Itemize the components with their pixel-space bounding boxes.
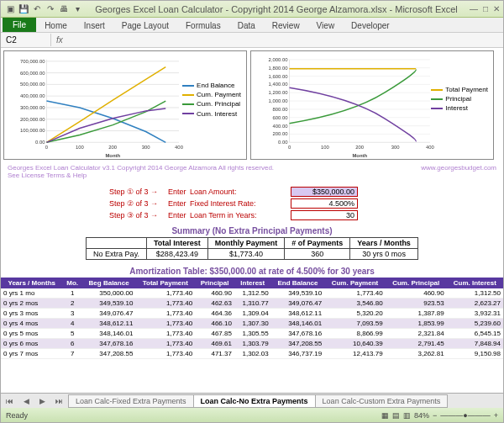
title-bar: ▣ 💾 ↶ ↷ 🖶 ▾ Georges Excel Loan Calculato…	[1, 1, 503, 18]
loan-term-input[interactable]: 30	[291, 210, 358, 220]
svg-text:1,400.00: 1,400.00	[269, 82, 289, 87]
tab-page-layout[interactable]: Page Layout	[113, 19, 177, 32]
sheet-tab-no-extra[interactable]: Loan Calc-No Extra Payments	[193, 394, 316, 408]
svg-text:100: 100	[76, 145, 85, 150]
license-link[interactable]: See License Terms & Help	[8, 172, 87, 179]
formula-bar: C2 fx	[1, 33, 503, 48]
table-row[interactable]: 0 yrs 4 mos4348,612.111,773.40466.101,30…	[1, 319, 503, 329]
quick-access-toolbar: ▣ 💾 ↶ ↷ 🖶 ▾	[4, 3, 83, 15]
chart-cumulative[interactable]: 0.00100,000.00 200,000.00300,000.00 400,…	[3, 50, 247, 160]
sheet-tabs: ⏮ ◀ ▶ ⏭ Loan Calc-Fixed Extra Payments L…	[1, 393, 503, 408]
tab-view[interactable]: View	[308, 19, 344, 32]
loan-inputs: Step ① of 3 → Enter Loan Amount: $350,00…	[109, 186, 395, 221]
tab-developer[interactable]: Developer	[343, 19, 398, 32]
table-row[interactable]: 0 yrs 3 mos3349,076.471,773.40464.361,30…	[1, 309, 503, 319]
svg-text:300: 300	[391, 145, 401, 150]
table-row[interactable]: 0 yrs 5 mos5348,146.011,773.40467.851,30…	[1, 329, 503, 339]
svg-text:100: 100	[321, 145, 330, 150]
svg-text:1,800.00: 1,800.00	[269, 66, 289, 71]
amort-title: Amortization Table: $350,000.00 at rate …	[1, 267, 503, 276]
name-box[interactable]: C2	[1, 34, 51, 46]
chart1-legend: End Balance Cum. Payment Cum. Principal …	[182, 81, 241, 119]
svg-text:300,000.00: 300,000.00	[20, 105, 45, 110]
loan-amount-input[interactable]: $350,000.00	[291, 187, 358, 197]
svg-text:400.00: 400.00	[273, 124, 289, 129]
tab-review[interactable]: Review	[264, 19, 308, 32]
table-row[interactable]: 0 yrs 2 mos2349,539.101,773.40462.631,31…	[1, 299, 503, 309]
status-bar: Ready ▦ ▤ ▥ 84% − ———●——— +	[1, 408, 503, 423]
website-link[interactable]: www.georgesbudget.com	[421, 164, 496, 179]
qat-more-icon[interactable]: ▾	[71, 3, 83, 15]
amort-header: Mo.	[63, 278, 82, 288]
sheet-tab-fixed-extra[interactable]: Loan Calc-Fixed Extra Payments	[68, 394, 194, 408]
tab-nav-last-icon[interactable]: ⏭	[50, 397, 68, 405]
svg-text:1,200.00: 1,200.00	[269, 90, 289, 95]
maximize-icon[interactable]: □	[483, 4, 488, 13]
tab-file[interactable]: File	[3, 18, 36, 32]
step1-label: Step ① of 3 →	[109, 188, 168, 196]
minimize-icon[interactable]: —	[470, 4, 478, 13]
tab-nav-first-icon[interactable]: ⏮	[1, 397, 18, 405]
copyright-text: Georges Excel Loan Calculator v3.1 Copyr…	[8, 164, 274, 172]
summary-title: Summary (No Extra Principal Payments)	[1, 226, 503, 235]
svg-text:200: 200	[355, 145, 365, 150]
tab-data[interactable]: Data	[229, 19, 264, 32]
tab-home[interactable]: Home	[36, 19, 76, 32]
fx-icon[interactable]: fx	[51, 35, 68, 45]
chart-payment-breakdown[interactable]: 0.00200.00400.00 600.00800.001,000.00 1,…	[250, 50, 494, 160]
sheet-tab-custom-extra[interactable]: Loan Calc-Custom Extra Payments	[315, 394, 449, 408]
zoom-level[interactable]: 84%	[414, 411, 429, 420]
table-row[interactable]: 0 yrs 1 mo1350,000.001,773.40460.901,312…	[1, 288, 503, 299]
summary-table: Total Interest Monthly Payment# of Payme…	[86, 237, 418, 260]
undo-icon[interactable]: ↶	[31, 3, 43, 15]
step2-label: Step ② of 3 →	[109, 199, 168, 208]
amortization-table: Years / MonthsMo.Beg BalanceTotal Paymen…	[1, 278, 503, 359]
svg-text:500,000.00: 500,000.00	[20, 82, 45, 87]
print-icon[interactable]: 🖶	[58, 3, 70, 15]
view-layout-icon[interactable]: ▤	[392, 411, 400, 420]
status-ready: Ready	[6, 411, 28, 420]
table-row[interactable]: 0 yrs 6 mos6347,678.161,773.40469.611,30…	[1, 339, 503, 349]
amort-header: Cum. Payment	[324, 278, 385, 288]
zoom-out-icon[interactable]: −	[433, 411, 437, 420]
table-row[interactable]: 0 yrs 7 mos7347,208.551,773.40471.371,30…	[1, 349, 503, 359]
svg-text:0.00: 0.00	[35, 140, 45, 145]
excel-icon: ▣	[4, 3, 16, 15]
svg-text:800.00: 800.00	[273, 107, 289, 112]
svg-text:700,000.00: 700,000.00	[20, 59, 45, 64]
svg-text:300: 300	[142, 145, 151, 150]
view-break-icon[interactable]: ▥	[403, 411, 411, 420]
worksheet-area[interactable]: 0.00100,000.00 200,000.00300,000.00 400,…	[1, 48, 503, 393]
amort-header: Total Payment	[135, 278, 195, 288]
svg-text:1,600.00: 1,600.00	[269, 74, 289, 79]
ribbon-tabs: File Home Insert Page Layout Formulas Da…	[1, 18, 503, 33]
interest-rate-input[interactable]: 4.500%	[291, 198, 358, 209]
view-normal-icon[interactable]: ▦	[381, 411, 389, 420]
svg-text:0: 0	[288, 145, 291, 150]
tab-formulas[interactable]: Formulas	[177, 19, 229, 32]
svg-text:200.00: 200.00	[273, 131, 289, 136]
save-icon[interactable]: 💾	[18, 3, 29, 15]
amort-header: Cum. Principal	[386, 278, 447, 288]
svg-text:600.00: 600.00	[273, 115, 289, 120]
svg-text:400: 400	[426, 145, 435, 150]
tab-nav-next-icon[interactable]: ▶	[34, 397, 50, 405]
tab-insert[interactable]: Insert	[76, 19, 113, 32]
step3-label: Step ③ of 3 →	[109, 211, 168, 219]
svg-text:Month: Month	[105, 153, 120, 158]
svg-text:400,000.00: 400,000.00	[20, 93, 45, 98]
tab-nav-prev-icon[interactable]: ◀	[18, 397, 34, 405]
window-title: Georges Excel Loan Calculator - Copyrigh…	[83, 4, 470, 14]
close-icon[interactable]: ✕	[493, 4, 500, 13]
svg-text:0.00: 0.00	[278, 140, 288, 145]
amort-header: Interest	[234, 278, 271, 288]
amort-header: Cum. Interest	[447, 278, 503, 288]
svg-text:200: 200	[108, 145, 118, 150]
zoom-in-icon[interactable]: +	[494, 411, 498, 420]
redo-icon[interactable]: ↷	[45, 3, 56, 15]
svg-text:1,000.00: 1,000.00	[269, 98, 289, 103]
amort-header: Beg Balance	[82, 278, 136, 288]
svg-text:600,000.00: 600,000.00	[20, 71, 45, 76]
svg-text:100,000.00: 100,000.00	[20, 128, 45, 133]
zoom-slider[interactable]: ———●———	[440, 411, 490, 420]
